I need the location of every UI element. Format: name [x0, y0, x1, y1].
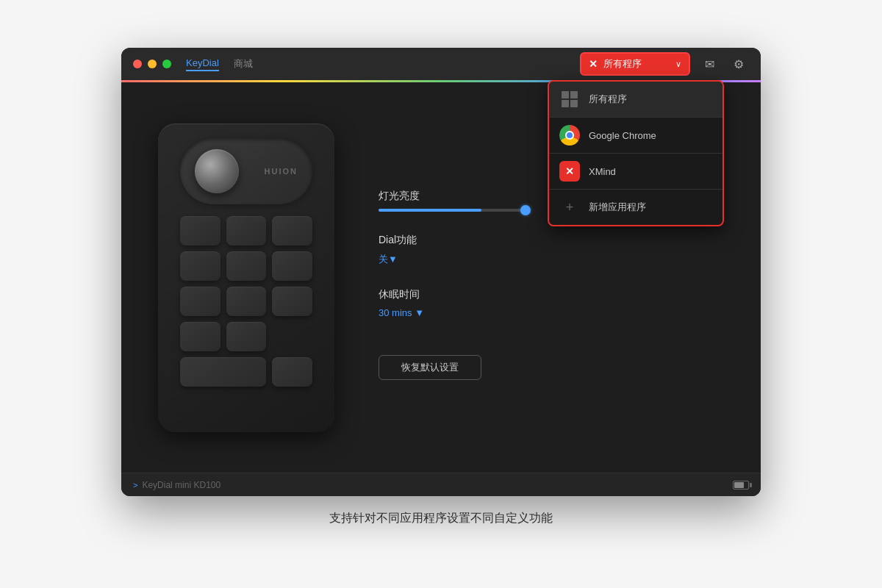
tab-store[interactable]: 商城	[234, 57, 253, 71]
dial-control: Dial功能 关▼	[379, 234, 739, 266]
app-dropdown: 所有程序 Google Chrome ✕ XMind + 新增应用程序	[548, 80, 724, 226]
dial-arrow: ▼	[388, 254, 398, 265]
keys-grid	[180, 216, 312, 387]
dropdown-item-chrome[interactable]: Google Chrome	[549, 118, 723, 153]
device-name: KeyDial mini KD100	[142, 480, 220, 490]
dial-label: Dial功能	[379, 234, 739, 247]
key-btn[interactable]	[180, 251, 220, 281]
sleep-control: 休眠时间 30 mins ▼	[379, 288, 739, 318]
all-apps-icon	[559, 89, 580, 110]
tab-keydial[interactable]: KeyDial	[186, 57, 219, 71]
slider-thumb[interactable]	[520, 205, 531, 215]
dropdown-item-xmind[interactable]: ✕ XMind	[549, 154, 723, 189]
key-btn[interactable]	[226, 251, 267, 281]
key-btn[interactable]	[226, 322, 267, 351]
xmind-icon: ✕	[559, 161, 580, 182]
close-button[interactable]	[133, 60, 142, 68]
dial-value[interactable]: 关▼	[379, 253, 739, 266]
chrome-icon	[559, 125, 580, 146]
key-btn[interactable]	[272, 216, 312, 245]
dropdown-item-all-label: 所有程序	[589, 93, 627, 106]
key-btn[interactable]	[272, 251, 312, 281]
status-bar: > KeyDial mini KD100	[121, 473, 761, 496]
sleep-arrow: ▼	[415, 307, 424, 318]
settings-button[interactable]: ⚙	[728, 54, 749, 74]
status-chevron-icon: >	[133, 481, 137, 490]
add-icon: +	[559, 197, 580, 218]
slider-fill	[379, 209, 481, 212]
key-btn-wide[interactable]	[180, 357, 266, 387]
traffic-lights	[133, 60, 171, 68]
caption: 支持针对不同应用程序设置不同自定义功能	[329, 511, 553, 526]
dropdown-item-xmind-label: XMind	[589, 166, 616, 177]
key-btn[interactable]	[272, 287, 312, 316]
dropdown-item-add[interactable]: + 新增应用程序	[549, 190, 723, 225]
chrome-center	[565, 131, 574, 140]
brand-label: HUION	[265, 167, 298, 176]
mail-button[interactable]: ✉	[699, 54, 720, 74]
keydial-device: HUION	[158, 123, 334, 432]
brightness-slider[interactable]	[379, 209, 526, 212]
title-bar: KeyDial 商城 ✕ 所有程序 ∨ ✉ ⚙	[121, 48, 761, 80]
dropdown-item-add-label: 新增应用程序	[589, 201, 646, 214]
dial-area: HUION	[180, 138, 312, 204]
reset-button[interactable]: 恢复默认设置	[379, 355, 481, 380]
dropdown-item-all[interactable]: 所有程序	[549, 82, 723, 117]
app-selector-button[interactable]: ✕ 所有程序 ∨	[580, 52, 690, 76]
minimize-button[interactable]	[148, 60, 157, 68]
sleep-value[interactable]: 30 mins ▼	[379, 307, 739, 318]
dial-knob[interactable]	[195, 149, 239, 193]
app-selector-label: 所有程序	[603, 57, 670, 71]
battery-fill	[734, 482, 744, 488]
dropdown-item-chrome-label: Google Chrome	[589, 130, 656, 141]
key-btn[interactable]	[272, 357, 312, 387]
key-btn[interactable]	[180, 322, 220, 351]
xmind-small-icon: ✕	[589, 58, 598, 70]
key-btn[interactable]	[226, 287, 267, 316]
device-container: HUION	[143, 116, 349, 440]
key-btn[interactable]	[180, 216, 220, 245]
maximize-button[interactable]	[162, 60, 171, 68]
key-btn[interactable]	[180, 287, 220, 316]
chevron-down-icon: ∨	[675, 60, 681, 69]
status-device: > KeyDial mini KD100	[133, 480, 220, 490]
key-btn[interactable]	[226, 216, 267, 245]
title-bar-right: ✕ 所有程序 ∨ ✉ ⚙	[580, 52, 749, 76]
app-window: KeyDial 商城 ✕ 所有程序 ∨ ✉ ⚙	[121, 48, 761, 496]
battery-icon	[733, 481, 749, 490]
nav-tabs: KeyDial 商城	[186, 57, 253, 71]
sleep-label: 休眠时间	[379, 288, 739, 301]
